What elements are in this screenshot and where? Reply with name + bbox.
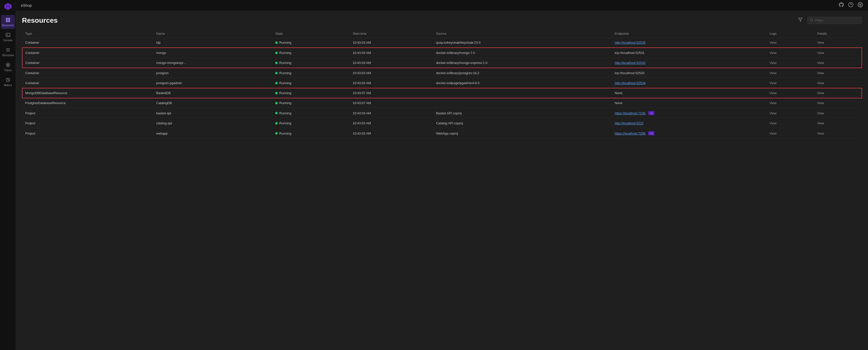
cell-starttime: 10:43:07 AM (350, 88, 433, 98)
cell-name: mongo-mongoexpr... (153, 58, 272, 68)
sidebar-item-console-label: Console (3, 39, 12, 42)
endpoint-text: None (615, 101, 622, 105)
cell-name: BasketDB (153, 88, 272, 98)
cell-name: catalog-api (153, 118, 272, 128)
help-icon[interactable] (848, 2, 854, 9)
resources-table-container: Type Name State Start time Source Endpoi… (22, 30, 862, 139)
details-view-button[interactable]: View (817, 41, 824, 45)
cell-logs: View (767, 58, 814, 68)
svg-point-12 (7, 64, 9, 66)
cell-type: Container (22, 48, 153, 58)
logs-view-button[interactable]: View (770, 101, 776, 105)
cell-state: Running (272, 128, 349, 139)
cell-source: quay.io/keycloak/keycloak:23.0 (433, 38, 612, 48)
cell-state: Running (272, 118, 349, 128)
details-view-button[interactable]: View (817, 111, 824, 115)
cell-details: View (814, 108, 862, 118)
svg-rect-4 (6, 20, 8, 22)
cell-source: WebApp.csproj (433, 128, 612, 139)
status-text: Running (279, 132, 291, 135)
cell-name: postgres (153, 68, 272, 78)
endpoint-badge[interactable]: +1 (648, 131, 654, 135)
endpoint-link[interactable]: http://localhost:5222 (615, 121, 644, 125)
settings-icon[interactable] (858, 2, 863, 9)
table-row: Projectcatalog-apiRunning10:43:03 AMCata… (22, 118, 862, 128)
cell-state: Running (272, 88, 349, 98)
cell-details: View (814, 98, 862, 108)
cell-state: Running (272, 38, 349, 48)
status-text: Running (279, 51, 291, 55)
cell-type: Project (22, 128, 153, 139)
col-header-source: Source (433, 30, 612, 38)
logs-view-button[interactable]: View (770, 41, 776, 45)
details-view-button[interactable]: View (817, 101, 824, 105)
cell-source: docker.io/dpage/pgadmin4:8.5 (433, 78, 612, 88)
logs-view-button[interactable]: View (770, 71, 776, 75)
cell-source: docker.io/library/mongo:7.0 (433, 48, 612, 58)
logs-view-button[interactable]: View (770, 61, 776, 65)
details-view-button[interactable]: View (817, 71, 824, 75)
structured-icon (5, 48, 10, 53)
details-view-button[interactable]: View (817, 81, 824, 85)
details-view-button[interactable]: View (817, 132, 824, 135)
status-dot (275, 132, 278, 135)
cell-endpoints: http://localhost:52535 (612, 38, 767, 48)
filter-button[interactable] (797, 16, 804, 25)
svg-rect-6 (6, 33, 10, 37)
endpoint-badge[interactable]: +1 (648, 111, 654, 115)
resources-table: Type Name State Start time Source Endpoi… (22, 30, 862, 139)
sidebar-item-structured[interactable]: Structured (1, 45, 15, 59)
traces-icon (5, 62, 10, 68)
details-view-button[interactable]: View (817, 121, 824, 125)
logs-view-button[interactable]: View (770, 111, 776, 115)
table-row: ContainermongoRunning10:43:03 AMdocker.i… (22, 48, 862, 58)
cell-starttime: 10:43:03 AM (350, 48, 433, 58)
sidebar-item-resources[interactable]: Resources (1, 15, 15, 29)
cell-details: View (814, 118, 862, 128)
logs-view-button[interactable]: View (770, 121, 776, 125)
cell-type: Container (22, 58, 153, 68)
details-view-button[interactable]: View (817, 51, 824, 55)
status-dot (275, 122, 278, 124)
svg-point-16 (860, 4, 861, 5)
cell-type: MongoDBDatabaseResource (22, 88, 153, 98)
app-logo (3, 2, 12, 11)
cell-starttime: 10:43:03 AM (350, 108, 433, 118)
endpoint-link[interactable]: https://localhost:7106, (615, 111, 646, 115)
logs-view-button[interactable]: View (770, 132, 776, 135)
endpoint-link[interactable]: https://localhost:7298, (615, 132, 646, 135)
cell-endpoints: https://localhost:7106,+1 (612, 108, 767, 118)
status-text: Running (279, 111, 291, 115)
endpoint-text: None (615, 91, 622, 95)
col-header-state: State (272, 30, 349, 38)
svg-marker-17 (799, 18, 802, 22)
sidebar-item-metrics[interactable]: Metrics (1, 75, 15, 89)
search-wrapper (807, 17, 862, 24)
logs-view-button[interactable]: View (770, 81, 776, 85)
cell-state: Running (272, 78, 349, 88)
filter-input[interactable] (815, 19, 859, 22)
cell-details: View (814, 128, 862, 139)
logs-view-button[interactable]: View (770, 91, 776, 95)
col-header-name: Name (153, 30, 272, 38)
cell-source: Basket.API.csproj (433, 108, 612, 118)
sidebar-item-console[interactable]: Console (1, 30, 15, 44)
sidebar-item-traces[interactable]: Traces (1, 60, 15, 74)
endpoint-link[interactable]: http://localhost:52532 (615, 61, 646, 65)
status-text: Running (279, 41, 291, 45)
cell-logs: View (767, 48, 814, 58)
endpoint-link[interactable]: http://localhost:52535 (615, 41, 646, 45)
cell-details: View (814, 48, 862, 58)
col-header-type: Type (22, 30, 153, 38)
col-header-details: Details (814, 30, 862, 38)
details-view-button[interactable]: View (817, 91, 824, 95)
cell-logs: View (767, 98, 814, 108)
endpoint-link[interactable]: http://localhost:52534 (615, 81, 646, 85)
sidebar-item-traces-label: Traces (4, 69, 11, 71)
cell-state: Running (272, 68, 349, 78)
table-row: Projectbasket-apiRunning10:43:03 AMBaske… (22, 108, 862, 118)
github-icon[interactable] (839, 2, 844, 9)
logs-view-button[interactable]: View (770, 51, 776, 55)
details-view-button[interactable]: View (817, 61, 824, 65)
cell-source: docker.io/library/mongo-express:1.0 (433, 58, 612, 68)
